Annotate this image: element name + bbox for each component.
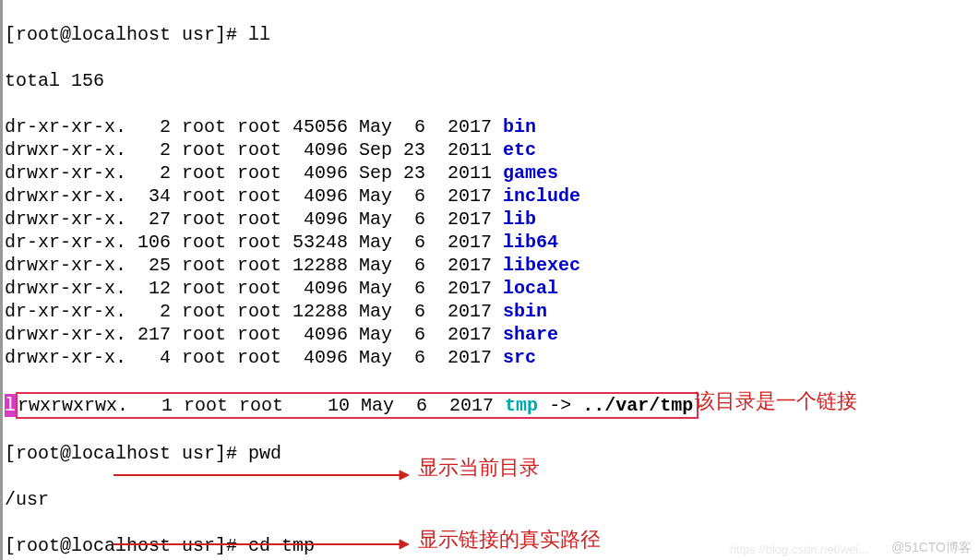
ls-row: drwxr-xr-x. 34 root root 4096 May 6 2017… <box>5 185 979 208</box>
watermark-csdn: https://blog.csdn.net/wei... <box>730 542 868 556</box>
dir-name: sbin <box>503 301 547 322</box>
dir-name: share <box>503 324 558 345</box>
highlight-link-row: rwxrwxrwx. 1 root root 10 May 6 2017 tmp… <box>16 392 698 419</box>
link-row-details: rwxrwxrwx. 1 root root 10 May 6 2017 <box>18 395 505 416</box>
ls-row: dr-xr-xr-x. 2 root root 45056 May 6 2017… <box>5 115 979 138</box>
dir-name: lib <box>503 209 536 230</box>
dir-name: libexec <box>503 255 580 276</box>
arrow-cwd <box>113 466 409 484</box>
dir-name: local <box>503 278 558 299</box>
ls-row: drwxr-xr-x. 2 root root 4096 Sep 23 2011… <box>5 138 979 161</box>
ls-row: dr-xr-xr-x. 2 root root 12288 May 6 2017… <box>5 300 979 323</box>
link-target: ../var/tmp <box>582 395 693 416</box>
ls-row: drwxr-xr-x. 4 root root 4096 May 6 2017 … <box>5 346 979 369</box>
dir-name: games <box>503 162 558 184</box>
cmd-ll: [root@localhost usr]# ll <box>5 23 979 46</box>
ls-row: drwxr-xr-x. 12 root root 4096 May 6 2017… <box>5 277 979 300</box>
ls-row: drwxr-xr-x. 25 root root 12288 May 6 201… <box>5 254 979 277</box>
ls-row: drwxr-xr-x. 2 root root 4096 Sep 23 2011… <box>5 161 979 185</box>
ls-row: dr-xr-xr-x. 106 root root 53248 May 6 20… <box>5 231 979 254</box>
dir-name: etc <box>503 139 536 161</box>
annotation-link-dir: 该目录是一个链接 <box>695 387 857 415</box>
dir-name: include <box>503 185 580 207</box>
link-name: tmp <box>505 395 538 416</box>
dir-name: src <box>503 347 536 368</box>
link-arrow: -> <box>538 395 582 416</box>
watermark-51cto: @51CTO博客 <box>891 540 972 556</box>
ls-row: drwxr-xr-x. 217 root root 4096 May 6 201… <box>5 323 979 346</box>
annotation-show-cwd: 显示当前目录 <box>418 454 540 482</box>
dir-name: bin <box>503 116 536 137</box>
svg-marker-3 <box>400 540 409 549</box>
ls-row: drwxr-xr-x. 27 root root 4096 May 6 2017… <box>5 208 979 231</box>
link-type-char: l <box>5 394 16 417</box>
annotation-real-path: 显示链接的真实路径 <box>418 526 601 554</box>
arrow-realpath <box>113 535 409 554</box>
total-line: total 156 <box>5 69 979 92</box>
svg-marker-1 <box>400 471 409 480</box>
dir-name: lib64 <box>503 232 558 253</box>
pwd1-output: /usr <box>5 488 979 511</box>
